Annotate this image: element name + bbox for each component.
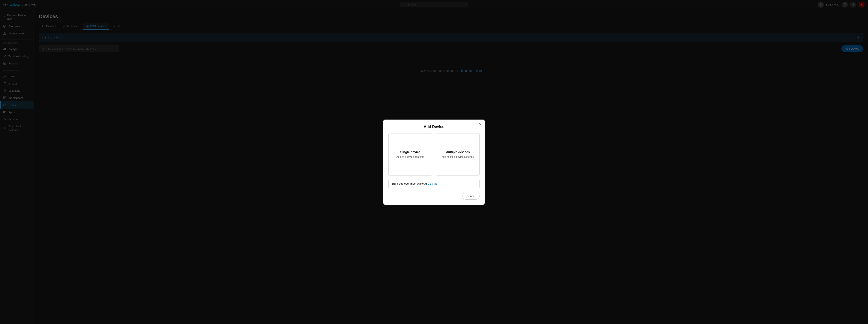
single-device-title: Single device — [400, 150, 421, 154]
single-device-desc: Add one device at a time — [396, 155, 424, 158]
bulk-devices-row: Bulk devices Import/Upload CSV file — [389, 179, 479, 188]
add-device-modal: ✕ Add Device Single device Add one devic… — [383, 120, 485, 205]
csv-file-link[interactable]: CSV file — [428, 182, 437, 185]
modal-close-button[interactable]: ✕ — [478, 122, 482, 126]
multiple-devices-desc: Add multiple devices at once — [442, 155, 474, 158]
modal-footer: Cancel — [389, 193, 479, 200]
modal-options: Single device Add one device at a time M… — [389, 133, 479, 176]
multiple-devices-title: Multiple devices — [445, 150, 470, 154]
multiple-devices-option[interactable]: Multiple devices Add multiple devices at… — [436, 133, 479, 176]
cancel-button[interactable]: Cancel — [462, 193, 479, 200]
single-device-option[interactable]: Single device Add one device at a time — [389, 133, 432, 176]
modal-overlay[interactable]: ✕ Add Device Single device Add one devic… — [0, 0, 868, 324]
bulk-label: Bulk devices — [392, 182, 409, 185]
modal-title: Add Device — [389, 125, 479, 129]
